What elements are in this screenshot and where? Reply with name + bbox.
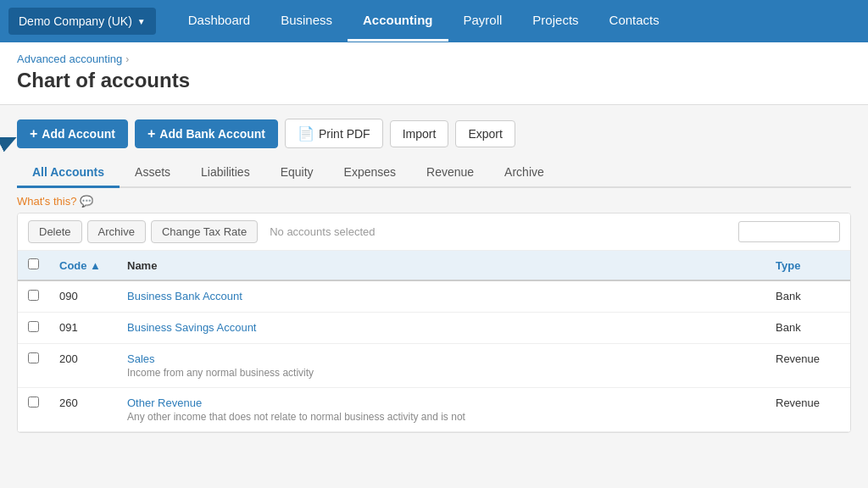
- export-label: Export: [468, 127, 502, 141]
- account-description: Income from any normal business activity: [127, 367, 755, 379]
- print-pdf-button[interactable]: 📄 Print PDF: [285, 119, 383, 148]
- table-row: 260 Other Revenue Any other income that …: [18, 388, 850, 432]
- page-title: Chart of accounts: [17, 69, 851, 92]
- row-checkbox-cell: [18, 313, 49, 344]
- account-code: 260: [49, 388, 117, 432]
- top-navigation: Demo Company (UK) ▼ Dashboard Business A…: [0, 0, 868, 42]
- delete-button[interactable]: Delete: [28, 220, 82, 243]
- account-tabs: All Accounts Assets Liabilities Equity E…: [17, 158, 851, 188]
- breadcrumb-chevron: ›: [125, 53, 129, 65]
- add-bank-account-button[interactable]: + Add Bank Account: [135, 119, 278, 148]
- breadcrumb: Advanced accounting ›: [17, 53, 851, 65]
- dropdown-caret: ▼: [137, 17, 146, 26]
- row-checkbox-cell: [18, 388, 49, 432]
- accounts-tbody: 090 Business Bank Account Bank 091 Busin…: [18, 280, 850, 432]
- nav-item-contacts[interactable]: Contacts: [594, 1, 675, 42]
- table-row: 200 Sales Income from any normal busines…: [18, 344, 850, 388]
- row-checkbox-cell: [18, 344, 49, 388]
- export-button[interactable]: Export: [455, 120, 515, 147]
- add-bank-account-label: Add Bank Account: [159, 127, 265, 141]
- add-account-label: Add Account: [42, 127, 115, 141]
- nav-item-accounting[interactable]: Accounting: [348, 1, 448, 42]
- nav-item-projects[interactable]: Projects: [517, 1, 593, 42]
- account-code: 091: [49, 313, 117, 344]
- pdf-icon: 📄: [298, 125, 314, 141]
- tab-equity[interactable]: Equity: [265, 158, 329, 188]
- tab-assets[interactable]: Assets: [120, 158, 186, 188]
- tab-expenses[interactable]: Expenses: [329, 158, 411, 188]
- change-tax-rate-button[interactable]: Change Tax Rate: [151, 220, 258, 243]
- account-type: Revenue: [765, 344, 850, 388]
- tab-all-accounts[interactable]: All Accounts: [17, 158, 120, 188]
- table-area: Delete Archive Change Tax Rate No accoun…: [17, 213, 851, 433]
- whats-this[interactable]: What's this? 💬: [17, 188, 851, 213]
- table-row: 090 Business Bank Account Bank: [18, 280, 850, 313]
- company-name: Demo Company (UK): [19, 14, 132, 28]
- account-name-link[interactable]: Sales: [127, 352, 155, 365]
- breadcrumb-parent[interactable]: Advanced accounting: [17, 53, 122, 65]
- search-input[interactable]: [738, 221, 840, 242]
- table-toolbar: Delete Archive Change Tax Rate No accoun…: [18, 214, 850, 251]
- whats-this-icon: 💬: [80, 195, 93, 208]
- account-code: 200: [49, 344, 117, 388]
- account-name-cell: Other Revenue Any other income that does…: [117, 388, 765, 432]
- row-checkbox[interactable]: [28, 321, 39, 332]
- archive-button[interactable]: Archive: [87, 220, 146, 243]
- account-name-link[interactable]: Business Bank Account: [127, 290, 242, 302]
- account-name-cell: Business Bank Account: [117, 280, 765, 313]
- select-all-checkbox[interactable]: [28, 258, 39, 269]
- main-content: + Add Account + Add Bank Account 📄 Print…: [0, 105, 868, 446]
- account-type: Revenue: [765, 388, 850, 432]
- tab-liabilities[interactable]: Liabilities: [186, 158, 265, 188]
- no-selection-text: No accounts selected: [270, 225, 375, 238]
- arrow-annotation: [0, 137, 21, 178]
- company-selector[interactable]: Demo Company (UK) ▼: [8, 8, 156, 35]
- tab-archive[interactable]: Archive: [489, 158, 559, 188]
- accounts-table: Code ▲ Name Type 090 Business Bank Accou…: [18, 251, 850, 432]
- nav-item-payroll[interactable]: Payroll: [448, 1, 518, 42]
- row-checkbox[interactable]: [28, 290, 39, 301]
- code-column-header[interactable]: Code ▲: [49, 251, 117, 280]
- row-checkbox[interactable]: [28, 396, 39, 408]
- account-name-link[interactable]: Other Revenue: [127, 396, 202, 409]
- type-column-header: Type: [765, 251, 850, 280]
- table-row: 091 Business Savings Account Bank: [18, 313, 850, 344]
- account-name-cell: Business Savings Account: [117, 313, 765, 344]
- whats-this-label: What's this?: [17, 195, 76, 208]
- row-checkbox-cell: [18, 280, 49, 313]
- nav-item-business[interactable]: Business: [265, 1, 348, 42]
- tab-revenue[interactable]: Revenue: [411, 158, 489, 188]
- print-pdf-label: Print PDF: [319, 127, 370, 141]
- page-header: Advanced accounting › Chart of accounts: [0, 42, 868, 105]
- account-code: 090: [49, 280, 117, 313]
- plus-icon-2: +: [147, 126, 155, 141]
- action-buttons: + Add Account + Add Bank Account 📄 Print…: [17, 119, 851, 148]
- import-label: Import: [403, 127, 437, 141]
- account-type: Bank: [765, 313, 850, 344]
- plus-icon: +: [30, 126, 37, 141]
- account-description: Any other income that does not relate to…: [127, 411, 755, 423]
- import-button[interactable]: Import: [390, 120, 449, 147]
- nav-item-dashboard[interactable]: Dashboard: [173, 1, 265, 42]
- table-header-row: Code ▲ Name Type: [18, 251, 850, 280]
- account-type: Bank: [765, 280, 850, 313]
- add-account-button[interactable]: + Add Account: [17, 119, 128, 148]
- row-checkbox[interactable]: [28, 352, 39, 363]
- name-column-header: Name: [117, 251, 765, 280]
- nav-items: Dashboard Business Accounting Payroll Pr…: [173, 1, 675, 42]
- account-name-link[interactable]: Business Savings Account: [127, 321, 256, 334]
- select-all-header: [18, 251, 49, 280]
- account-name-cell: Sales Income from any normal business ac…: [117, 344, 765, 388]
